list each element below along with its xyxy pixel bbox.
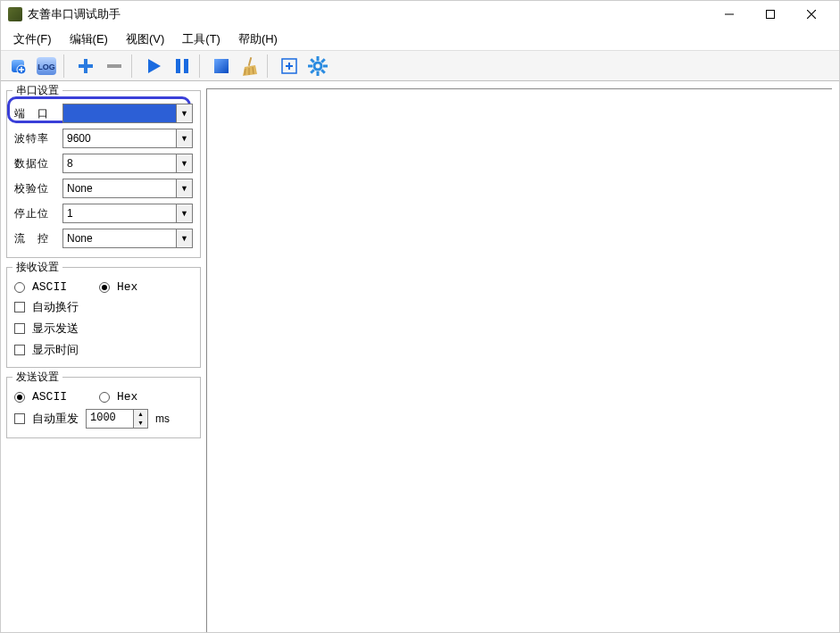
flow-value: None [63,232,176,245]
new-window-button[interactable] [276,53,303,79]
svg-rect-29 [323,64,328,67]
toolbar-separator [267,54,272,78]
svg-rect-30 [320,58,326,63]
pause-icon [173,57,191,75]
svg-rect-26 [317,56,320,61]
databits-combo[interactable]: 8 ▼ [62,154,193,173]
minus-icon [105,57,123,75]
chevron-down-icon: ▼ [176,229,192,247]
auto-resend-check[interactable] [14,413,25,424]
menu-tools[interactable]: 工具(T) [173,28,229,51]
plug-icon [8,56,28,76]
spinner-arrows[interactable]: ▲ ▼ [133,410,147,428]
menubar: 文件(F) 编辑(E) 视图(V) 工具(T) 帮助(H) [1,28,839,51]
titlebar: 友善串口调试助手 [1,1,839,28]
interval-unit: ms [155,412,170,425]
toolbar-separator [131,54,137,78]
settings-button[interactable] [304,53,331,79]
app-icon [8,7,22,21]
connect-button[interactable] [4,53,31,79]
chevron-down-icon: ▼ [176,204,192,222]
show-send-label: 显示发送 [32,321,79,337]
receive-settings-group: 接收设置 ASCII Hex 自动换行 显示发送 显示时间 [6,267,201,368]
auto-wrap-label: 自动换行 [32,299,79,315]
stopbits-combo[interactable]: 1 ▼ [62,204,193,223]
maximize-button[interactable] [750,1,791,28]
svg-rect-16 [214,59,229,73]
show-time-label: 显示时间 [32,342,79,358]
receive-ascii-radio[interactable] [14,282,25,293]
menu-edit[interactable]: 编辑(E) [61,28,117,51]
send-ascii-label: ASCII [32,390,67,404]
play-button[interactable] [140,53,167,79]
serial-settings-title: 串口设置 [12,83,62,98]
menu-help[interactable]: 帮助(H) [229,28,287,51]
interval-spinner[interactable]: 1000 ▲ ▼ [86,409,148,429]
pause-button[interactable] [169,53,195,79]
log-button[interactable]: LOG [33,53,60,79]
close-button[interactable] [791,1,832,28]
chevron-down-icon: ▼ [176,179,192,197]
baud-combo[interactable]: 9600 ▼ [62,129,193,148]
broom-icon [241,56,259,76]
parity-label: 校验位 [14,181,57,196]
receive-settings-title: 接收设置 [12,260,62,275]
clear-button[interactable] [237,53,263,79]
svg-text:LOG: LOG [37,62,55,71]
toolbar-separator [63,54,69,78]
svg-rect-17 [248,56,253,65]
svg-point-25 [314,62,321,70]
interval-value: 1000 [87,410,133,428]
body: 串口设置 端 口 ▼ 波特率 9600 ▼ 数据位 8 [1,81,839,632]
receive-ascii-label: ASCII [32,280,67,294]
chevron-down-icon: ▼ [176,129,192,147]
menu-view[interactable]: 视图(V) [117,28,173,51]
chevron-down-icon: ▼ [176,154,192,172]
sidebar: 串口设置 端 口 ▼ 波特率 9600 ▼ 数据位 8 [1,81,206,632]
flow-label: 流 控 [14,231,57,246]
databits-label: 数据位 [14,156,57,171]
maximize-icon [766,10,775,19]
svg-rect-28 [308,64,312,67]
window-plus-icon [280,57,298,75]
stopbits-value: 1 [63,207,176,220]
svg-rect-11 [79,64,93,68]
svg-rect-15 [184,59,188,73]
window-controls [709,1,832,28]
log-icon: LOG [36,56,57,76]
toolbar-separator [199,54,204,78]
svg-rect-32 [310,58,315,63]
baud-value: 9600 [63,132,176,145]
minimize-icon [725,10,734,19]
show-time-check[interactable] [14,345,25,355]
window-title: 友善串口调试助手 [28,6,709,22]
add-button[interactable] [72,53,99,79]
stop-button[interactable] [208,53,235,79]
receive-hex-radio[interactable] [99,282,110,293]
show-send-check[interactable] [14,323,25,334]
output-area[interactable] [206,88,832,632]
stopbits-label: 停止位 [14,206,57,221]
svg-rect-27 [317,71,320,76]
send-settings-group: 发送设置 ASCII Hex 自动重发 1000 ▲ ▼ ms [6,377,201,438]
flow-combo[interactable]: None ▼ [62,229,193,248]
minimize-button[interactable] [709,1,750,28]
databits-value: 8 [63,157,176,170]
send-settings-title: 发送设置 [12,370,62,385]
auto-resend-label: 自动重发 [32,411,79,427]
baud-label: 波特率 [14,131,57,146]
parity-value: None [63,182,176,195]
square-icon [212,57,230,75]
port-combo[interactable]: ▼ [62,104,193,123]
gear-icon [308,56,328,76]
menu-file[interactable]: 文件(F) [4,28,61,51]
svg-rect-1 [767,11,775,19]
auto-wrap-check[interactable] [14,302,25,312]
chevron-down-icon: ▼ [176,104,192,122]
send-hex-radio[interactable] [99,392,110,403]
parity-combo[interactable]: None ▼ [62,179,193,198]
svg-rect-14 [176,59,180,73]
serial-settings-group: 串口设置 端 口 ▼ 波特率 9600 ▼ 数据位 8 [6,90,201,258]
send-ascii-radio[interactable] [14,392,25,403]
remove-button[interactable] [101,53,128,79]
